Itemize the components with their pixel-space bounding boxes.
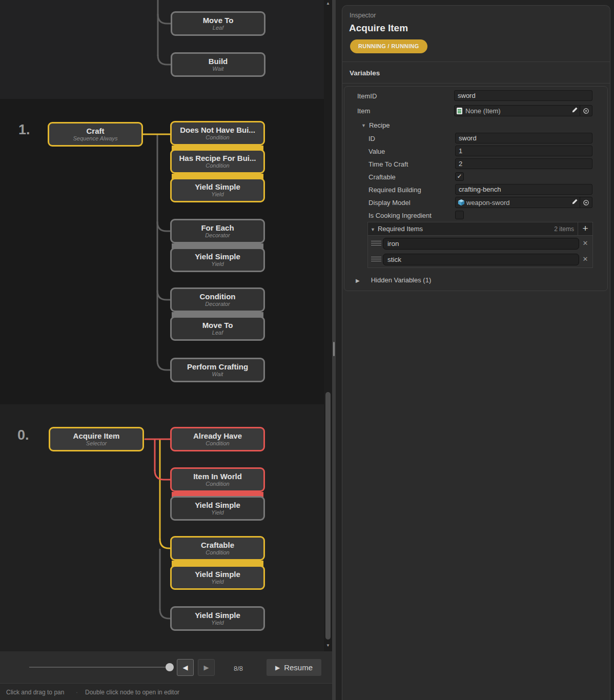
add-item-button[interactable]: + xyxy=(578,222,592,235)
node-craftable[interactable]: Craftable Condition xyxy=(170,536,265,561)
edit-pencil-icon[interactable] xyxy=(569,198,580,207)
node-title: Condition xyxy=(200,292,236,301)
node-yield-simple-2[interactable]: Yield Simple Yield xyxy=(170,248,265,272)
node-move-to-top[interactable]: Move To Leaf xyxy=(171,11,265,36)
node-build[interactable]: Build Wait xyxy=(171,52,265,77)
remove-item-button[interactable]: ✕ xyxy=(580,239,590,248)
recipe-id-input[interactable] xyxy=(456,133,592,143)
itemid-input[interactable] xyxy=(455,91,592,100)
splitter-handle-icon xyxy=(333,342,335,356)
required-items-label: Required Items xyxy=(378,225,423,233)
node-yield-simple-3[interactable]: Yield Simple Yield xyxy=(170,496,265,521)
node-subtitle: Condition xyxy=(206,440,229,447)
status-badge: RUNNING / RUNNING xyxy=(350,39,427,53)
required-item-row: ✕ xyxy=(368,253,592,266)
node-move-to-mid[interactable]: Move To Leaf xyxy=(170,316,265,341)
hint-pan: Click and drag to pan xyxy=(6,689,64,696)
required-item-row: ✕ xyxy=(368,237,592,250)
node-craft[interactable]: Craft Sequence Always xyxy=(48,122,143,147)
hidden-variables-foldout[interactable]: ▶Hidden Variables (1) xyxy=(356,276,431,284)
craftable-checkbox[interactable]: ✓ xyxy=(455,172,464,181)
step-back-button[interactable]: ◀ xyxy=(177,659,194,676)
node-title: Perform Crafting xyxy=(187,362,248,371)
node-subtitle: Condition xyxy=(206,162,229,169)
node-title: Item In World xyxy=(193,472,242,481)
node-title: Yield Simple xyxy=(195,501,240,509)
required-building-input[interactable] xyxy=(456,184,592,194)
node-title: Move To xyxy=(202,321,233,330)
hint-separator: · xyxy=(76,689,78,696)
graph-scrollbar-thumb[interactable] xyxy=(325,392,331,640)
chevron-right-icon: ▶ xyxy=(356,278,360,283)
panel-splitter[interactable] xyxy=(332,0,336,700)
step-forward-button[interactable]: ▶ xyxy=(198,659,215,676)
node-does-not-have-building[interactable]: Does Not Have Bui... Condition xyxy=(170,121,265,146)
scroll-down-icon[interactable]: ▼ xyxy=(324,643,332,649)
node-for-each[interactable]: For Each Decorator xyxy=(170,219,265,243)
required-item-input[interactable] xyxy=(383,254,579,265)
display-model-object-field[interactable]: weapon-sword xyxy=(455,197,592,208)
required-item-input[interactable] xyxy=(383,238,579,249)
node-title: Yield Simple xyxy=(195,252,240,261)
is-cooking-ingredient-checkbox[interactable] xyxy=(455,211,464,219)
time-to-craft-field[interactable] xyxy=(455,158,592,169)
field-label-display-model: Display Model xyxy=(369,199,411,207)
node-subtitle: Wait xyxy=(213,66,224,72)
graph-section-top[interactable] xyxy=(0,0,332,99)
node-title: Does Not Have Bui... xyxy=(180,126,255,134)
required-item-field[interactable] xyxy=(383,238,579,250)
display-model-value: weapon-sword xyxy=(465,199,569,207)
chevron-down-icon: ▼ xyxy=(371,227,375,232)
node-subtitle: Sequence Always xyxy=(73,135,117,142)
inspector-node-title: Acquire Item xyxy=(349,23,408,34)
node-subtitle: Yield xyxy=(211,509,223,516)
node-subtitle: Yield xyxy=(211,579,223,585)
node-subtitle: Yield xyxy=(211,620,223,626)
timeline-slider-track[interactable] xyxy=(29,667,170,668)
resume-button[interactable]: ▶ Resume xyxy=(267,659,321,676)
recipe-foldout-label: Recipe xyxy=(369,121,390,129)
node-title: Already Have xyxy=(193,431,242,440)
node-has-recipe-for-building[interactable]: Has Recipe For Bui... Condition xyxy=(170,149,265,174)
time-to-craft-input[interactable] xyxy=(456,159,592,169)
itemid-field[interactable] xyxy=(454,90,592,101)
recipe-foldout[interactable]: ▼Recipe xyxy=(361,121,390,129)
node-title: Craft xyxy=(86,127,104,135)
node-perform-crafting[interactable]: Perform Crafting Wait xyxy=(170,358,265,382)
remove-item-button[interactable]: ✕ xyxy=(580,255,590,264)
drag-handle-icon[interactable] xyxy=(371,241,381,246)
divider xyxy=(342,83,610,84)
required-item-field[interactable] xyxy=(383,254,579,265)
node-title: Craftable xyxy=(201,541,234,549)
required-building-field[interactable] xyxy=(455,184,592,195)
drag-handle-icon[interactable] xyxy=(371,257,381,262)
field-label-time-to-craft: Time To Craft xyxy=(369,160,408,168)
edit-pencil-icon[interactable] xyxy=(569,106,580,115)
node-subtitle: Yield xyxy=(211,191,223,198)
scroll-up-icon[interactable]: ▲ xyxy=(324,1,332,7)
resume-button-label: Resume xyxy=(284,663,313,672)
object-picker-icon[interactable] xyxy=(580,197,592,208)
recipe-id-field[interactable] xyxy=(455,133,592,143)
node-already-have[interactable]: Already Have Condition xyxy=(170,427,265,451)
timeline-slider-thumb[interactable] xyxy=(166,663,174,671)
node-yield-simple-4[interactable]: Yield Simple Yield xyxy=(170,565,265,590)
node-title: Yield Simple xyxy=(195,182,240,191)
node-condition[interactable]: Condition Decorator xyxy=(170,287,265,312)
node-yield-simple-1[interactable]: Yield Simple Yield xyxy=(170,178,265,202)
graph-scrollbar[interactable]: ▲ ▼ xyxy=(324,0,332,651)
node-subtitle: Decorator xyxy=(205,301,230,307)
node-acquire-item[interactable]: Acquire Item Selector xyxy=(49,427,144,451)
node-subtitle: Decorator xyxy=(205,232,230,239)
section-index-0: 0. xyxy=(17,427,29,443)
node-yield-simple-5[interactable]: Yield Simple Yield xyxy=(170,606,265,631)
play-icon: ▶ xyxy=(275,664,280,671)
object-picker-icon[interactable] xyxy=(580,106,592,116)
node-title: Acquire Item xyxy=(73,431,120,440)
required-items-foldout[interactable]: ▼Required Items xyxy=(371,225,423,233)
recipe-value-field[interactable] xyxy=(455,146,592,156)
node-item-in-world[interactable]: Item In World Condition xyxy=(170,467,265,492)
field-label-is-cooking-ingredient: Is Cooking Ingredient xyxy=(369,212,432,219)
item-object-field[interactable]: None (Item) xyxy=(454,105,592,116)
recipe-value-input[interactable] xyxy=(456,146,592,156)
